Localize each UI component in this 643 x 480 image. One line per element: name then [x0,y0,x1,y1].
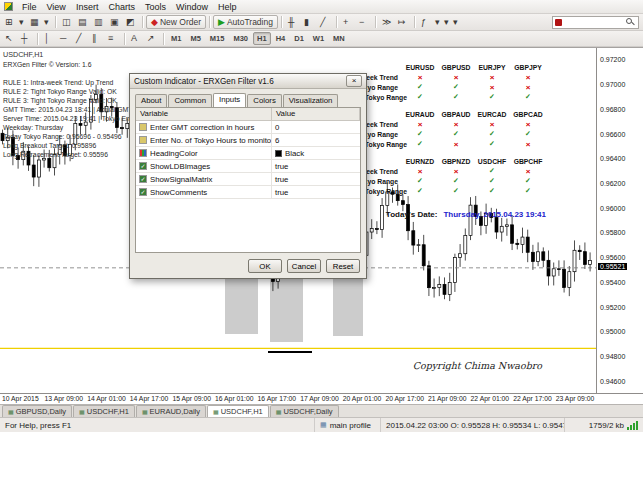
navigator[interactable]: ▥ [91,15,107,29]
input-row[interactable]: ✓ShowSignalMatrixtrue [136,173,360,186]
value-cell[interactable]: Black [272,147,360,159]
indicators-dropdown[interactable]: ▾ [434,15,443,29]
time-axis-label: 20 Apr 01:00 [343,395,382,402]
zoom-in[interactable]: + [340,15,356,29]
autotrading-button[interactable]: ▶AutoTrading [213,15,278,29]
menu-charts[interactable]: Charts [103,2,140,12]
close-icon[interactable]: × [346,75,362,87]
menu-help[interactable]: Help [213,2,242,12]
arrow-objects[interactable]: ↗ [144,32,160,46]
chart-line[interactable]: ╱ [317,15,333,29]
check-mark-icon: ✓ [474,187,510,195]
menu-tools[interactable]: Tools [140,2,171,12]
templates-dropdown-icon: ▾ [453,18,458,27]
chart-tab-label: USDCHF,H1 [87,407,129,416]
timeframe-m30[interactable]: M30 [229,32,252,45]
new-chart[interactable]: ⊞ [2,15,18,29]
timeframe-w1[interactable]: W1 [309,32,328,45]
matrix-header-row: EURUSDGBPUSDEURJPYGBPJPY [298,62,546,72]
data-window[interactable]: ▤ [75,15,91,29]
timeframe-d1[interactable]: D1 [290,32,308,45]
timeframe-m5[interactable]: M5 [186,32,204,45]
new-order-button[interactable]: ◆New Order [146,15,206,29]
price-axis[interactable]: 0.972000.970000.968000.966000.964000.962… [596,48,643,393]
chart-tab-usdchf-daily[interactable]: ▦USDCHF,Daily [270,405,339,417]
strategy-tester[interactable]: ◩ [123,15,139,29]
dialog-tab-inputs[interactable]: Inputs [213,93,246,107]
market-watch[interactable]: ◫ [59,15,75,29]
timeframe-mn[interactable]: MN [329,32,349,45]
price-axis-label: 0.95800 [600,229,625,236]
cursor[interactable]: ↖ [2,32,18,46]
dialog-tab-visualization[interactable]: Visualization [283,94,339,108]
menu-view[interactable]: View [42,2,71,12]
timeframe-h1[interactable]: H1 [253,32,271,45]
chart-tab-usdchf-h1[interactable]: ▦USDCHF,H1 [207,405,269,417]
crosshair[interactable]: ┼ [18,32,34,46]
fibonacci-retracement[interactable]: ≡ [105,32,121,46]
menu-window[interactable]: Window [171,2,213,12]
chart-shift[interactable]: ↦ [395,15,411,29]
pair-header-eurusd: EURUSD [402,64,438,71]
time-axis[interactable]: 10 Apr 201513 Apr 09:0014 Apr 01:0014 Ap… [0,393,643,404]
chart-tab-icon: ▦ [142,408,148,415]
zoom-out-icon: − [359,18,364,27]
dialog-ok-button[interactable]: OK [248,259,282,273]
value-cell[interactable]: true [272,160,360,172]
menu-insert[interactable]: Insert [71,2,104,12]
text-label[interactable]: A [128,32,144,46]
toolbar-button-label: New Order [160,17,201,27]
periods-dropdown[interactable]: ▾ [443,15,452,29]
check-mark-icon: ✓ [474,140,510,148]
input-row[interactable]: ✓ShowCommentstrue [136,186,360,199]
chart-tab-gbpusd-daily[interactable]: ▦GBPUSD,Daily [2,405,72,417]
chart-candlesticks[interactable]: ▮ [301,15,317,29]
check-mark-icon: ✓ [474,167,510,175]
profiles[interactable]: ▦ [27,15,43,29]
new-chart-dropdown[interactable]: ▾ [18,15,27,29]
menu-file[interactable]: File [17,2,42,12]
dialog-tab-common[interactable]: Common [168,94,212,108]
status-bar: For Help, press F1 ▦ main profile 2015.0… [0,417,643,432]
vertical-line[interactable]: │ [41,32,57,46]
status-profile[interactable]: ▦ main profile [315,418,381,432]
chart-tab-euraud-daily[interactable]: ▦EURAUD,Daily [136,405,206,417]
auto-scroll[interactable]: ≫ [379,15,395,29]
templates-dropdown[interactable]: ▾ [452,15,461,29]
dialog-title-bar[interactable]: Custom Indicator - ERXGen Filter v1.6 × [130,74,366,89]
input-row[interactable]: Enter No. of Tokyo Hours to monitor6 [136,134,360,147]
indicators[interactable]: ƒ [418,15,434,29]
chart-bars[interactable]: ╫ [285,15,301,29]
dialog-tab-colors[interactable]: Colors [247,94,282,108]
price-axis-label: 0.96400 [600,155,625,162]
dialog-reset-button[interactable]: Reset [326,259,360,273]
search-box[interactable] [552,16,639,29]
chart-tab-usdchf-h1[interactable]: ▦USDCHF,H1 [73,405,135,417]
status-connection: 1759/2 kb [565,418,643,432]
timeframe-m1[interactable]: M1 [167,32,185,45]
today-date-value: Thursday, 2015.04.23 19:41 [443,210,546,219]
input-row[interactable]: Enter GMT correction in hours0 [136,121,360,134]
timeframe-h4[interactable]: H4 [272,32,290,45]
terminal[interactable]: ▣ [107,15,123,29]
profiles-icon: ▦ [30,18,39,27]
dialog-cancel-button[interactable]: Cancel [287,259,321,273]
input-row[interactable]: HeadingColorBlack [136,147,360,160]
search-input[interactable] [564,17,622,28]
toolbar-separator [375,16,376,28]
search-button[interactable] [624,17,636,28]
zoom-out[interactable]: − [356,15,372,29]
value-cell[interactable]: true [272,173,360,185]
value-text: true [275,162,288,171]
value-cell[interactable]: 6 [272,134,360,146]
horizontal-line[interactable]: ─ [57,32,73,46]
equidistant-channel[interactable]: ∥ [89,32,105,46]
profiles-dropdown[interactable]: ▾ [43,15,52,29]
value-cell[interactable]: true [272,186,360,198]
value-cell[interactable]: 0 [272,121,360,133]
crosshair-icon: ┼ [21,34,27,43]
input-row[interactable]: ✓ShowLDBImagestrue [136,160,360,173]
dialog-tab-about[interactable]: About [135,94,167,108]
trendline[interactable]: ╱ [73,32,89,46]
timeframe-m15[interactable]: M15 [206,32,229,45]
